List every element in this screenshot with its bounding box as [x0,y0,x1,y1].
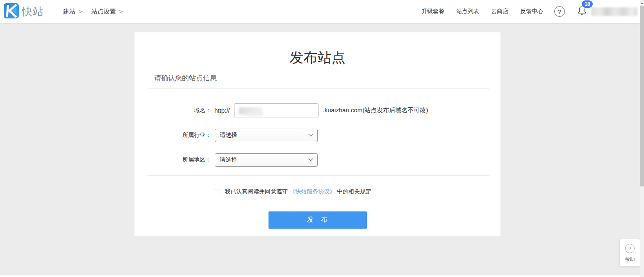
agreement-checkbox[interactable] [215,189,220,194]
domain-input[interactable] [234,103,319,118]
divider-top [148,88,489,89]
scroll-up-arrow-icon [641,2,643,4]
agreement-row: 我已认真阅读并同意遵守 《快站服务协议》 中的相关规定 [215,188,501,195]
question-glyph: ? [628,245,631,252]
breadcrumb-site-build[interactable]: 建站 > [63,8,83,16]
publish-button[interactable]: 发 布 [269,211,367,229]
industry-selected-value: 请选择 [220,132,237,139]
nav-item-feedback-center[interactable]: 反馈中心 [520,8,543,15]
chevron-down-icon [308,132,313,136]
header-right-nav: 升级套餐 站点列表 云商店 反馈中心 ? 18 [410,5,637,18]
question-glyph: ? [558,8,561,15]
service-agreement-link[interactable]: 《快站服务协议》 [289,188,335,195]
vertical-scrollbar[interactable] [640,0,644,277]
breadcrumb-label: 站点设置 [91,8,116,16]
divider-bottom [148,175,489,176]
help-widget-label: 帮助 [620,256,640,263]
breadcrumb-site-settings[interactable]: 站点设置 > [91,8,124,16]
agreement-text-suffix: 中的相关规定 [337,188,371,195]
logo-text: 快站 [22,5,44,19]
domain-input-wrap [234,103,319,118]
help-question-icon[interactable]: ? [554,6,565,17]
card-subtitle: 请确认您的站点信息 [154,73,501,83]
industry-row: 所属行业： 请选择 [134,129,501,142]
breadcrumb: 建站 > 站点设置 > [63,8,132,16]
publish-button-row: 发 布 [134,211,501,229]
bottom-strip [0,275,644,277]
help-question-circle-icon: ? [625,244,635,253]
scrollbar-thumb[interactable] [640,6,644,186]
protocol-text: http:// [214,107,230,114]
page-title: 发布站点 [134,49,501,66]
domain-suffix-text: .kuaizhan.com(站点发布后域名不可改) [323,107,428,114]
notifications-bell[interactable]: 18 [577,5,587,18]
domain-row: 域名： http:// .kuaizhan.com(站点发布后域名不可改) [134,103,501,118]
bell-icon [577,11,587,18]
header-divider [54,6,54,17]
agreement-text-prefix: 我已认真阅读并同意遵守 [225,188,288,195]
region-selected-value: 请选择 [220,156,237,163]
region-row: 所属地区： 请选择 [134,153,501,167]
user-account-redacted[interactable] [591,7,637,16]
chevron-right-icon: > [78,8,83,15]
chevron-down-icon [308,157,313,161]
domain-label: 域名： [134,107,211,114]
nav-item-cloud-store[interactable]: 云商店 [491,8,508,15]
top-header: 快站 建站 > 站点设置 > 升级套餐 站点列表 云商店 反馈中心 ? 18 [0,0,644,23]
help-widget[interactable]: ? 帮助 [620,239,640,266]
region-select[interactable]: 请选择 [215,153,318,167]
kuaizhan-logo-icon [4,3,19,20]
chevron-right-icon: > [119,8,124,15]
industry-label: 所属行业： [134,132,211,139]
kuaizhan-logo[interactable]: 快站 [4,3,44,20]
nav-item-upgrade-plan[interactable]: 升级套餐 [421,8,444,15]
breadcrumb-label: 建站 [63,8,75,16]
region-label: 所属地区： [134,156,211,163]
publish-site-card: 发布站点 请确认您的站点信息 域名： http:// .kuaizhan.com… [134,32,501,237]
main-content: 发布站点 请确认您的站点信息 域名： http:// .kuaizhan.com… [0,32,644,237]
nav-item-site-list[interactable]: 站点列表 [456,8,479,15]
industry-select[interactable]: 请选择 [215,129,318,142]
